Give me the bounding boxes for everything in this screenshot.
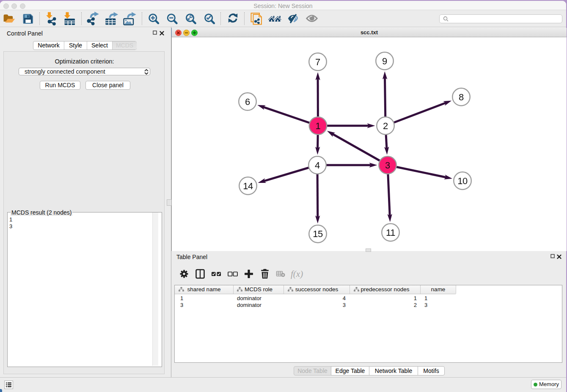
svg-text:7: 7 bbox=[315, 57, 320, 67]
svg-text:8: 8 bbox=[459, 92, 464, 102]
svg-text:15: 15 bbox=[313, 229, 323, 239]
svg-text:4: 4 bbox=[315, 160, 320, 171]
svg-text:9: 9 bbox=[382, 56, 387, 66]
svg-text:14: 14 bbox=[243, 181, 253, 191]
svg-text:1: 1 bbox=[315, 121, 320, 131]
svg-text:f(x): f(x) bbox=[291, 269, 303, 279]
svg-text:6: 6 bbox=[245, 97, 250, 107]
svg-text:11: 11 bbox=[386, 227, 395, 238]
svg-text:2: 2 bbox=[383, 121, 388, 131]
svg-text:3: 3 bbox=[385, 160, 390, 171]
svg-text:10: 10 bbox=[457, 176, 468, 186]
